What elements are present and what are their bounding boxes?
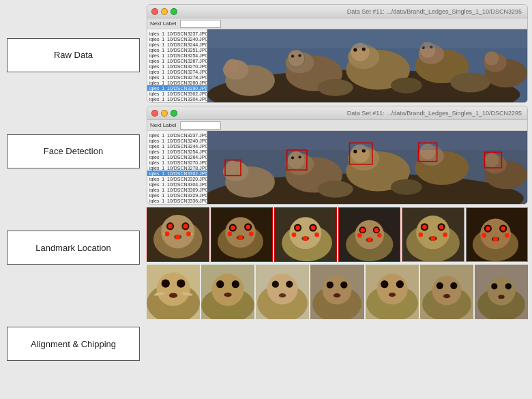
svg-point-31	[225, 161, 239, 175]
svg-point-148	[341, 282, 348, 289]
raw-image-area	[207, 29, 527, 102]
file-list-item[interactable]: igles_1_10/DSCN3278.JPG	[147, 165, 207, 171]
raw-window-body: igles_1_10/DSCN3237.JPGigles_1_10/DSCN32…	[147, 29, 527, 102]
file-list-item[interactable]: igles_1_10/DSCN3240.JPG	[147, 138, 207, 143]
landmark-location-label: Landmark Location	[7, 231, 140, 265]
svg-point-111	[418, 233, 423, 237]
close-btn-face[interactable]	[151, 110, 158, 117]
svg-point-134	[212, 274, 244, 306]
file-list-item[interactable]: igles_1_10/DSCN3346.JPG	[147, 203, 207, 204]
align-svg-3	[256, 265, 309, 319]
svg-point-7	[288, 50, 305, 67]
svg-point-13	[353, 48, 357, 51]
face-image-area	[207, 131, 527, 204]
raw-toolbar: Next Label	[147, 18, 527, 29]
file-list-item[interactable]: igles_1_10/DSCN3270.JPG	[147, 160, 207, 165]
max-btn-face[interactable]	[171, 110, 177, 117]
svg-point-49	[391, 179, 422, 195]
align-svg-2	[201, 265, 254, 319]
file-list-item[interactable]: igles_1_10/DSCN3290.JPG	[147, 85, 207, 91]
file-list-item[interactable]: igles_1_10/DSCN3267.JPG	[147, 58, 207, 63]
svg-point-36	[298, 156, 301, 158]
svg-point-159	[436, 282, 443, 289]
landmark-row	[147, 207, 528, 262]
file-list-item[interactable]: igles_1_10/DSCN3329.JPG	[147, 192, 207, 198]
svg-point-67	[165, 232, 170, 237]
svg-point-34	[288, 151, 305, 168]
svg-point-126	[156, 272, 190, 306]
file-list-item[interactable]: igles_1_10/DSCN3309.JPG	[147, 187, 207, 192]
close-btn-raw[interactable]	[151, 8, 158, 15]
file-list-item[interactable]: igles_1_10/DSCN3264.JPG	[147, 154, 207, 160]
file-list-item[interactable]: igles_1_10/DSCN3274.JPG	[147, 69, 207, 74]
landmark-svg-1	[147, 208, 209, 261]
file-list-item[interactable]: igles_1_10/DSCN3251.JPG	[147, 47, 207, 53]
file-list-item[interactable]: igles_1_10/DSCN3237.JPG	[147, 31, 207, 36]
landmark-thumb-2	[211, 207, 274, 262]
svg-point-78	[227, 232, 232, 237]
svg-point-153	[381, 280, 388, 288]
svg-point-23	[318, 79, 353, 96]
file-list-item[interactable]: igles_1_10/DSCN3244.JPG	[147, 143, 207, 149]
svg-point-97	[360, 228, 365, 233]
svg-point-98	[374, 228, 379, 233]
raw-toolbar-input[interactable]	[180, 20, 221, 28]
file-list-item[interactable]: igles_1_10/DSCN3254.JPG	[147, 53, 207, 58]
file-list-item[interactable]: igles_1_10/DSCN3237.JPG	[147, 132, 207, 138]
svg-point-4	[225, 59, 239, 74]
svg-point-127	[162, 280, 170, 288]
file-list-item[interactable]: igles_1_10/DSCN3270.JPG	[147, 63, 207, 69]
svg-point-110	[430, 236, 435, 241]
alignment-thumb-3	[256, 265, 309, 319]
landmark-svg-2	[211, 208, 273, 261]
file-list-item[interactable]: igles_1_10/DSCN3304.JPG	[147, 181, 207, 187]
alignment-thumb-2	[201, 265, 254, 319]
file-list-item[interactable]: igles_1_10/DSCN3278.JPG	[147, 74, 207, 80]
file-list-item[interactable]: igles_1_10/DSCN3302.JPG	[147, 91, 207, 96]
align-svg-6	[420, 265, 473, 319]
face-toolbar-label: Next Label	[150, 122, 176, 128]
min-btn-face[interactable]	[161, 110, 168, 117]
file-list-item[interactable]: igles_1_10/DSCN3302.JPG	[147, 171, 207, 176]
svg-point-135	[216, 280, 224, 288]
svg-point-137	[224, 293, 232, 297]
main-container: Raw Data Face Detection Landmark Locatio…	[0, 0, 532, 399]
file-list-item[interactable]: igles_1_10/DSCN3309.JPG	[147, 102, 207, 102]
svg-point-79	[248, 232, 253, 237]
landmark-svg-5	[402, 208, 464, 261]
alignment-thumb-5	[366, 265, 419, 319]
svg-point-136	[232, 280, 239, 288]
svg-point-101	[376, 233, 381, 238]
svg-point-112	[443, 233, 447, 237]
svg-point-142	[286, 281, 293, 288]
svg-point-22	[484, 51, 499, 65]
svg-point-77	[238, 235, 243, 240]
align-svg-1	[147, 265, 200, 319]
svg-point-155	[389, 293, 396, 297]
svg-point-35	[291, 156, 294, 159]
svg-point-143	[279, 293, 286, 297]
svg-point-141	[272, 281, 279, 288]
file-list-item[interactable]: igles_1_10/DSCN3240.JPG	[147, 36, 207, 42]
file-list-item[interactable]: igles_1_10/DSCN3280.JPG	[147, 80, 207, 85]
raw-file-list: igles_1_10/DSCN3237.JPGigles_1_10/DSCN32…	[147, 29, 207, 102]
svg-point-64	[168, 224, 173, 228]
alignment-thumb-1	[147, 265, 200, 319]
max-btn-raw[interactable]	[171, 8, 177, 15]
file-list-item[interactable]: igles_1_10/DSCN3304.JPG	[147, 96, 207, 102]
face-window-title: Data Set #11: .../data/Brandt_Ledges_Sin…	[347, 110, 522, 117]
file-list-item[interactable]: igles_1_10/DSCN3244.JPG	[147, 42, 207, 47]
min-btn-raw[interactable]	[161, 8, 168, 15]
face-detection-window: Data Set #11: .../data/Brandt_Ledges_Sin…	[147, 106, 528, 205]
svg-point-140	[267, 274, 298, 304]
landmark-thumb-6	[466, 207, 529, 262]
svg-point-166	[505, 283, 512, 289]
align-svg-5	[366, 265, 419, 319]
file-list-item[interactable]: igles_1_10/DSCN3254.JPG	[147, 149, 207, 154]
alignment-thumb-7	[475, 265, 528, 319]
face-toolbar-input[interactable]	[180, 121, 221, 130]
file-list-item[interactable]: igles_1_10/DSCN3336.JPG	[147, 198, 207, 203]
file-list-item[interactable]: igles_1_10/DSCN3320.JPG	[147, 176, 207, 181]
svg-point-8	[291, 55, 294, 57]
face-detection-label: Face Detection	[7, 134, 140, 168]
